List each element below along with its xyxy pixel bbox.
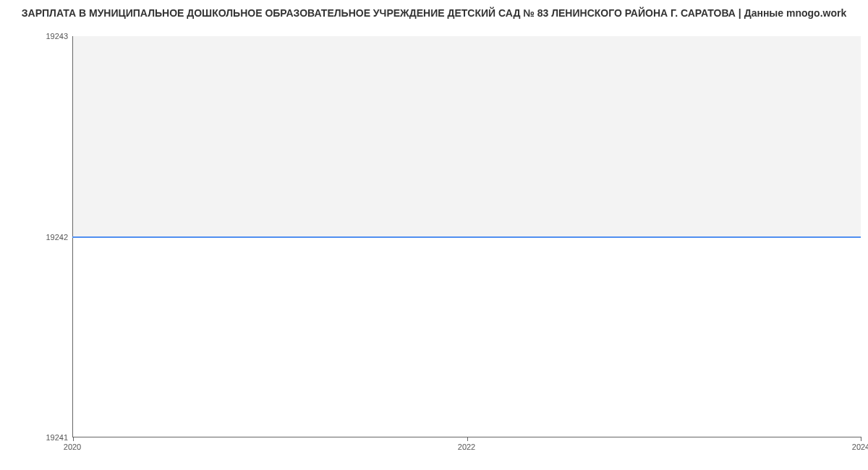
y-tick-label: 19243 — [46, 32, 68, 40]
chart-title: ЗАРПЛАТА В МУНИЦИПАЛЬНОЕ ДОШКОЛЬНОЕ ОБРА… — [0, 7, 868, 19]
y-tick-label: 19242 — [46, 233, 68, 242]
y-tick-label: 19241 — [46, 433, 68, 442]
x-tick-label: 2022 — [458, 443, 475, 451]
chart-container: ЗАРПЛАТА В МУНИЦИПАЛЬНОЕ ДОШКОЛЬНОЕ ОБРА… — [0, 0, 868, 470]
series-line — [72, 236, 861, 238]
x-tick-label: 2024 — [852, 443, 868, 451]
x-tick — [73, 437, 74, 441]
x-tick — [467, 437, 468, 441]
x-tick — [861, 437, 861, 441]
x-tick-label: 2020 — [64, 443, 81, 451]
